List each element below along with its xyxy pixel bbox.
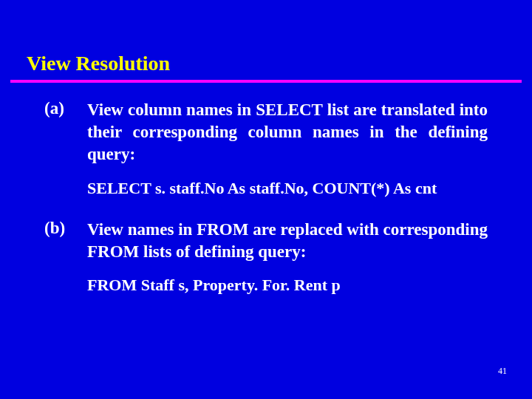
slide-content: (a) View column names in SELECT list are… (0, 83, 532, 295)
item-code-a: SELECT s. staff.No As staff.No, COUNT(*)… (87, 179, 488, 198)
list-item: (a) View column names in SELECT list are… (44, 99, 488, 166)
page-number: 41 (498, 366, 507, 377)
item-body-a: View column names in SELECT list are tra… (87, 99, 488, 166)
item-marker-a: (a) (44, 99, 87, 166)
item-marker-b: (b) (44, 219, 87, 263)
list-item: (b) View names in FROM are replaced with… (44, 219, 488, 263)
slide: View Resolution (a) View column names in… (0, 0, 532, 399)
item-code-b: FROM Staff s, Property. For. Rent p (87, 276, 488, 295)
slide-title: View Resolution (0, 0, 532, 80)
item-body-b: View names in FROM are replaced with cor… (87, 219, 488, 263)
